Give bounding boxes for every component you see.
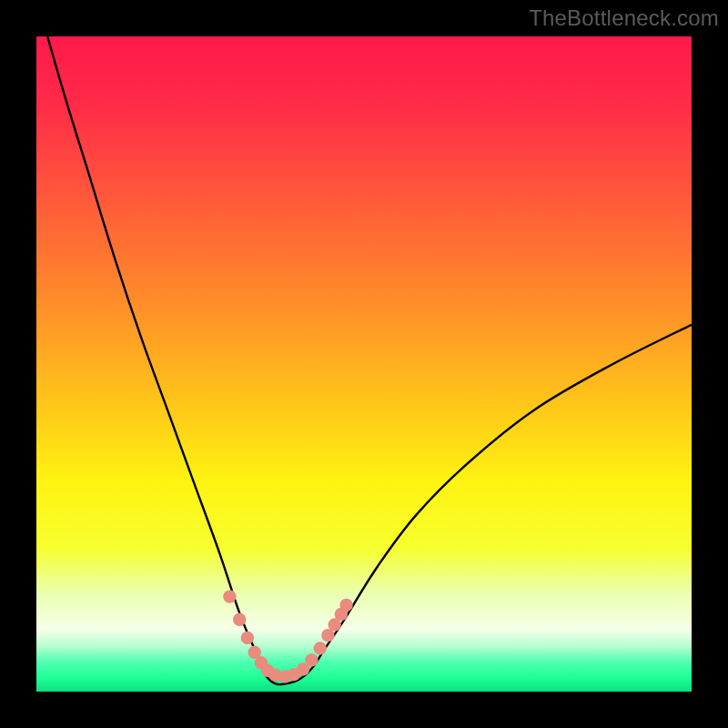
watermark-text: TheBottleneck.com xyxy=(529,5,719,31)
curve-marker xyxy=(241,632,254,644)
plot-area xyxy=(36,36,692,692)
bottleneck-chart xyxy=(36,36,692,692)
outer-frame: TheBottleneck.com xyxy=(0,0,728,728)
curve-marker xyxy=(223,590,236,602)
curve-marker xyxy=(339,599,352,612)
curve-marker xyxy=(314,642,327,654)
gradient-background xyxy=(36,36,692,692)
curve-marker xyxy=(305,653,318,666)
curve-marker xyxy=(233,613,246,626)
